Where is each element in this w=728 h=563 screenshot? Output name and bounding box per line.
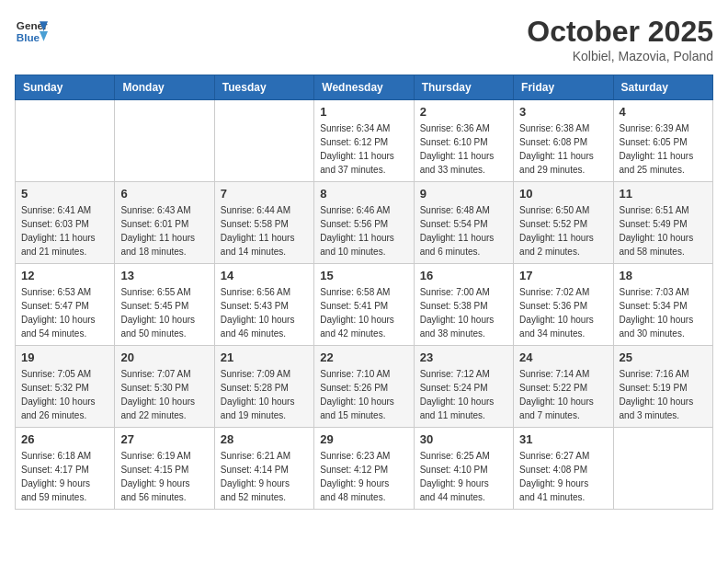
day-info: Sunrise: 6:46 AM Sunset: 5:56 PM Dayligh… — [320, 203, 407, 259]
calendar-cell: 31Sunrise: 6:27 AM Sunset: 4:08 PM Dayli… — [514, 428, 613, 510]
day-number: 15 — [320, 269, 407, 282]
calendar-cell: 25Sunrise: 7:16 AM Sunset: 5:19 PM Dayli… — [613, 346, 712, 428]
calendar-cell: 5Sunrise: 6:41 AM Sunset: 6:03 PM Daylig… — [16, 182, 115, 264]
calendar-cell: 18Sunrise: 7:03 AM Sunset: 5:34 PM Dayli… — [613, 264, 712, 346]
day-number: 7 — [221, 187, 308, 201]
calendar-cell: 10Sunrise: 6:50 AM Sunset: 5:52 PM Dayli… — [514, 182, 613, 264]
day-info: Sunrise: 7:16 AM Sunset: 5:19 PM Dayligh… — [620, 367, 707, 422]
svg-text:Blue: Blue — [17, 31, 40, 43]
day-info: Sunrise: 6:27 AM Sunset: 4:08 PM Dayligh… — [519, 449, 607, 504]
day-info: Sunrise: 7:14 AM Sunset: 5:22 PM Dayligh… — [519, 367, 607, 422]
day-number: 22 — [320, 350, 407, 364]
day-info: Sunrise: 7:02 AM Sunset: 5:36 PM Dayligh… — [519, 285, 607, 340]
logo: General Blue — [15, 15, 48, 48]
title-block: October 2025 Kolbiel, Mazovia, Poland — [527, 15, 713, 63]
day-number: 8 — [320, 187, 407, 201]
day-info: Sunrise: 7:03 AM Sunset: 5:34 PM Dayligh… — [620, 285, 707, 340]
calendar-cell: 29Sunrise: 6:23 AM Sunset: 4:12 PM Dayli… — [314, 428, 414, 510]
calendar-cell: 3Sunrise: 6:38 AM Sunset: 6:08 PM Daylig… — [514, 100, 613, 182]
location: Kolbiel, Mazovia, Poland — [527, 49, 713, 63]
calendar-cell: 28Sunrise: 6:21 AM Sunset: 4:14 PM Dayli… — [214, 428, 313, 510]
day-info: Sunrise: 7:10 AM Sunset: 5:26 PM Dayligh… — [320, 367, 407, 422]
day-number: 13 — [120, 269, 208, 282]
day-info: Sunrise: 6:55 AM Sunset: 5:45 PM Dayligh… — [120, 285, 208, 340]
day-info: Sunrise: 6:39 AM Sunset: 6:05 PM Dayligh… — [620, 121, 707, 177]
day-number: 16 — [420, 269, 507, 282]
day-number: 1 — [320, 105, 407, 119]
month-year: October 2025 — [527, 15, 713, 49]
day-info: Sunrise: 6:56 AM Sunset: 5:43 PM Dayligh… — [221, 285, 308, 340]
day-number: 12 — [21, 269, 108, 282]
day-info: Sunrise: 6:23 AM Sunset: 4:12 PM Dayligh… — [320, 449, 407, 504]
day-info: Sunrise: 6:51 AM Sunset: 5:49 PM Dayligh… — [620, 203, 707, 259]
day-number: 25 — [620, 350, 707, 364]
week-row-5: 26Sunrise: 6:18 AM Sunset: 4:17 PM Dayli… — [16, 428, 713, 510]
calendar: SundayMondayTuesdayWednesdayThursdayFrid… — [15, 75, 713, 510]
svg-marker-3 — [40, 31, 48, 41]
day-info: Sunrise: 7:00 AM Sunset: 5:38 PM Dayligh… — [420, 285, 507, 340]
day-number: 5 — [21, 187, 108, 201]
weekday-header-saturday: Saturday — [613, 75, 712, 100]
day-number: 14 — [221, 269, 308, 282]
calendar-cell: 22Sunrise: 7:10 AM Sunset: 5:26 PM Dayli… — [314, 346, 414, 428]
day-number: 18 — [620, 269, 707, 282]
day-info: Sunrise: 7:05 AM Sunset: 5:32 PM Dayligh… — [21, 367, 108, 422]
week-row-4: 19Sunrise: 7:05 AM Sunset: 5:32 PM Dayli… — [16, 346, 713, 428]
calendar-cell: 24Sunrise: 7:14 AM Sunset: 5:22 PM Dayli… — [514, 346, 613, 428]
day-number: 6 — [120, 187, 208, 201]
calendar-cell: 15Sunrise: 6:58 AM Sunset: 5:41 PM Dayli… — [314, 264, 414, 346]
day-info: Sunrise: 6:18 AM Sunset: 4:17 PM Dayligh… — [21, 449, 108, 504]
calendar-cell: 19Sunrise: 7:05 AM Sunset: 5:32 PM Dayli… — [16, 346, 115, 428]
calendar-cell: 30Sunrise: 6:25 AM Sunset: 4:10 PM Dayli… — [414, 428, 513, 510]
calendar-cell: 1Sunrise: 6:34 AM Sunset: 6:12 PM Daylig… — [314, 100, 414, 182]
calendar-cell: 27Sunrise: 6:19 AM Sunset: 4:15 PM Dayli… — [115, 428, 214, 510]
day-number: 2 — [420, 105, 507, 119]
calendar-cell: 6Sunrise: 6:43 AM Sunset: 6:01 PM Daylig… — [115, 182, 214, 264]
day-number: 20 — [120, 350, 208, 364]
day-number: 26 — [21, 432, 108, 446]
day-number: 19 — [21, 350, 108, 364]
calendar-cell: 16Sunrise: 7:00 AM Sunset: 5:38 PM Dayli… — [414, 264, 513, 346]
calendar-cell — [115, 100, 214, 182]
calendar-cell — [214, 100, 313, 182]
calendar-cell: 12Sunrise: 6:53 AM Sunset: 5:47 PM Dayli… — [16, 264, 115, 346]
day-number: 29 — [320, 432, 407, 446]
day-info: Sunrise: 7:09 AM Sunset: 5:28 PM Dayligh… — [221, 367, 308, 422]
calendar-cell: 9Sunrise: 6:48 AM Sunset: 5:54 PM Daylig… — [414, 182, 513, 264]
calendar-cell: 20Sunrise: 7:07 AM Sunset: 5:30 PM Dayli… — [115, 346, 214, 428]
week-row-1: 1Sunrise: 6:34 AM Sunset: 6:12 PM Daylig… — [16, 100, 713, 182]
calendar-cell: 17Sunrise: 7:02 AM Sunset: 5:36 PM Dayli… — [514, 264, 613, 346]
calendar-cell — [613, 428, 712, 510]
calendar-cell: 21Sunrise: 7:09 AM Sunset: 5:28 PM Dayli… — [214, 346, 313, 428]
weekday-header-wednesday: Wednesday — [314, 75, 414, 100]
day-number: 3 — [519, 105, 607, 119]
day-info: Sunrise: 6:19 AM Sunset: 4:15 PM Dayligh… — [120, 449, 208, 504]
week-row-2: 5Sunrise: 6:41 AM Sunset: 6:03 PM Daylig… — [16, 182, 713, 264]
calendar-cell: 8Sunrise: 6:46 AM Sunset: 5:56 PM Daylig… — [314, 182, 414, 264]
day-number: 31 — [519, 432, 607, 446]
weekday-header-thursday: Thursday — [414, 75, 513, 100]
calendar-cell: 7Sunrise: 6:44 AM Sunset: 5:58 PM Daylig… — [214, 182, 313, 264]
calendar-cell: 13Sunrise: 6:55 AM Sunset: 5:45 PM Dayli… — [115, 264, 214, 346]
day-info: Sunrise: 6:41 AM Sunset: 6:03 PM Dayligh… — [21, 203, 108, 259]
day-number: 30 — [420, 432, 507, 446]
calendar-cell: 23Sunrise: 7:12 AM Sunset: 5:24 PM Dayli… — [414, 346, 513, 428]
day-number: 24 — [519, 350, 607, 364]
day-number: 27 — [120, 432, 208, 446]
day-info: Sunrise: 6:48 AM Sunset: 5:54 PM Dayligh… — [420, 203, 507, 259]
week-row-3: 12Sunrise: 6:53 AM Sunset: 5:47 PM Dayli… — [16, 264, 713, 346]
day-info: Sunrise: 6:53 AM Sunset: 5:47 PM Dayligh… — [21, 285, 108, 340]
calendar-cell: 2Sunrise: 6:36 AM Sunset: 6:10 PM Daylig… — [414, 100, 513, 182]
day-info: Sunrise: 6:36 AM Sunset: 6:10 PM Dayligh… — [420, 121, 507, 177]
calendar-cell: 26Sunrise: 6:18 AM Sunset: 4:17 PM Dayli… — [16, 428, 115, 510]
day-number: 9 — [420, 187, 507, 201]
day-number: 11 — [620, 187, 707, 201]
day-info: Sunrise: 6:38 AM Sunset: 6:08 PM Dayligh… — [519, 121, 607, 177]
day-number: 23 — [420, 350, 507, 364]
day-info: Sunrise: 6:34 AM Sunset: 6:12 PM Dayligh… — [320, 121, 407, 177]
day-info: Sunrise: 6:50 AM Sunset: 5:52 PM Dayligh… — [519, 203, 607, 259]
day-info: Sunrise: 6:44 AM Sunset: 5:58 PM Dayligh… — [221, 203, 308, 259]
weekday-header-friday: Friday — [514, 75, 613, 100]
logo-icon: General Blue — [15, 15, 48, 48]
day-info: Sunrise: 6:21 AM Sunset: 4:14 PM Dayligh… — [221, 449, 308, 504]
